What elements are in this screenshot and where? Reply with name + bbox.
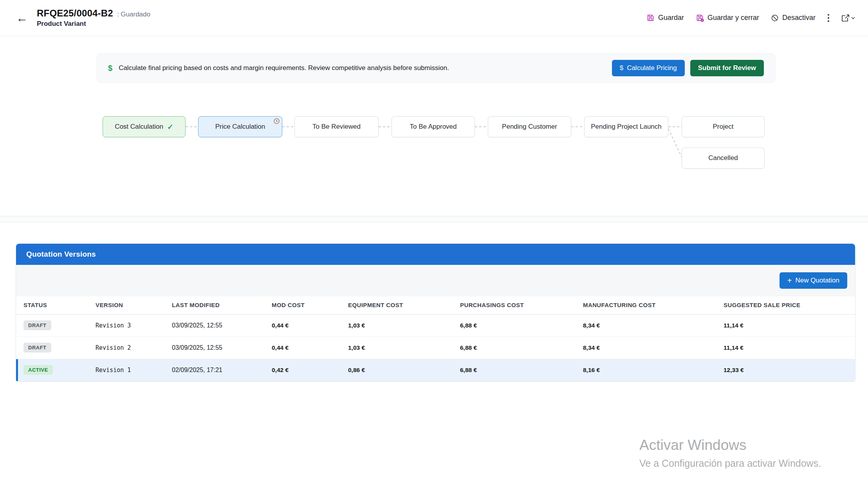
panel-title: Quotation Versions bbox=[26, 250, 96, 259]
workflow-stages: Cost Calculation ✓ Price Calculation To … bbox=[0, 116, 868, 175]
column-header-manufacturing-cost: MANUFACTURING COST bbox=[576, 296, 716, 314]
suggested-sale-price-cell: 11,14 € bbox=[724, 322, 743, 329]
calculate-pricing-label: Calculate Pricing bbox=[627, 64, 677, 72]
plus-icon: + bbox=[787, 277, 792, 284]
last-modified-cell: 02/09/2025, 17:21 bbox=[172, 367, 222, 373]
kebab-icon bbox=[827, 13, 830, 23]
record-status: : Guardado bbox=[117, 11, 150, 18]
watermark-subtitle: Ve a Configuración para activar Windows. bbox=[639, 457, 821, 470]
kebab-menu-button[interactable] bbox=[827, 13, 830, 23]
page-subtitle: Product Variant bbox=[37, 20, 150, 28]
deactivate-icon bbox=[771, 14, 779, 22]
table-row[interactable]: DRAFT Revision 2 03/09/2025, 12:55 0,44 … bbox=[16, 336, 855, 359]
new-quotation-button[interactable]: + New Quotation bbox=[780, 272, 847, 289]
page-title: RFQE25/0004-B2 bbox=[37, 8, 113, 19]
stage-cancelled[interactable]: Cancelled bbox=[682, 147, 765, 169]
stage-label: To Be Reviewed bbox=[312, 123, 361, 131]
title-block: RFQE25/0004-B2 : Guardado Product Varian… bbox=[37, 8, 150, 28]
share-icon bbox=[841, 14, 855, 22]
save-and-close-icon bbox=[696, 14, 704, 22]
stage-label: Price Calculation bbox=[215, 123, 265, 131]
deactivate-button[interactable]: Desactivar bbox=[771, 14, 816, 22]
purchasings-cost-cell: 6,88 € bbox=[460, 367, 477, 373]
section-divider bbox=[0, 216, 868, 222]
equipment-cost-cell: 1,03 € bbox=[348, 344, 365, 351]
stage-price-calculation[interactable]: Price Calculation bbox=[198, 116, 282, 137]
pricing-section: $ Calculate final pricing based on costs… bbox=[0, 36, 868, 216]
save-icon bbox=[646, 14, 655, 22]
quotation-versions-section: Quotation Versions + New Quotation STATU… bbox=[0, 222, 868, 382]
header-actions: Guardar Guardar y cerrar Desactivar bbox=[646, 13, 855, 23]
equipment-cost-cell: 0,86 € bbox=[348, 367, 365, 373]
app-header: ← RFQE25/0004-B2 : Guardado Product Vari… bbox=[0, 0, 868, 36]
stage-to-be-reviewed[interactable]: To Be Reviewed bbox=[294, 116, 379, 137]
save-and-close-label: Guardar y cerrar bbox=[707, 14, 759, 22]
column-header-version: VERSION bbox=[88, 296, 164, 314]
panel-header: Quotation Versions bbox=[16, 244, 855, 265]
column-header-status: STATUS bbox=[16, 296, 88, 314]
stage-label: Project bbox=[713, 123, 734, 131]
calculate-pricing-button[interactable]: $ Calculate Pricing bbox=[612, 60, 685, 76]
dollar-icon: $ bbox=[108, 64, 112, 73]
stage-to-be-approved[interactable]: To Be Approved bbox=[392, 116, 475, 137]
version-cell: Revision 1 bbox=[96, 367, 131, 374]
status-badge: ACTIVE bbox=[23, 365, 53, 375]
stage-pending-customer[interactable]: Pending Customer bbox=[488, 116, 571, 137]
purchasings-cost-cell: 6,88 € bbox=[460, 344, 477, 351]
version-cell: Revision 3 bbox=[96, 322, 131, 329]
versions-table: STATUS VERSION LAST MODIFIED MOD COST EQ… bbox=[16, 296, 855, 381]
mod-cost-cell: 0,42 € bbox=[272, 367, 289, 373]
manufacturing-cost-cell: 8,34 € bbox=[583, 322, 600, 329]
column-header-suggested-sale-price: SUGGESTED SALE PRICE bbox=[716, 296, 855, 314]
deactivate-label: Desactivar bbox=[782, 14, 816, 22]
stage-pending-project-launch[interactable]: Pending Project Launch bbox=[584, 116, 668, 137]
quotation-versions-panel: Quotation Versions + New Quotation STATU… bbox=[16, 243, 855, 382]
banner-message: Calculate final pricing based on costs a… bbox=[119, 64, 449, 72]
column-header-mod-cost: MOD COST bbox=[264, 296, 341, 314]
column-header-equipment-cost: EQUIPMENT COST bbox=[341, 296, 453, 314]
save-button[interactable]: Guardar bbox=[646, 14, 684, 22]
clock-icon bbox=[273, 118, 280, 126]
dollar-icon: $ bbox=[620, 64, 623, 72]
table-header-row: STATUS VERSION LAST MODIFIED MOD COST EQ… bbox=[16, 296, 855, 314]
table-row[interactable]: ACTIVE Revision 1 02/09/2025, 17:21 0,42… bbox=[16, 359, 855, 381]
purchasings-cost-cell: 6,88 € bbox=[460, 322, 477, 329]
manufacturing-cost-cell: 8,34 € bbox=[583, 344, 600, 351]
column-header-purchasings-cost: PURCHASINGS COST bbox=[453, 296, 576, 314]
save-label: Guardar bbox=[658, 14, 684, 22]
mod-cost-cell: 0,44 € bbox=[272, 322, 289, 329]
last-modified-cell: 03/09/2025, 12:55 bbox=[172, 322, 222, 329]
table-row[interactable]: DRAFT Revision 3 03/09/2025, 12:55 0,44 … bbox=[16, 314, 855, 336]
submit-for-review-button[interactable]: Submit for Review bbox=[690, 60, 764, 76]
pricing-banner: $ Calculate final pricing based on costs… bbox=[97, 54, 775, 83]
stage-project[interactable]: Project bbox=[682, 116, 765, 137]
version-cell: Revision 2 bbox=[96, 344, 131, 351]
equipment-cost-cell: 1,03 € bbox=[348, 322, 365, 329]
stage-label: Cost Calculation bbox=[115, 123, 163, 131]
save-and-close-button[interactable]: Guardar y cerrar bbox=[696, 14, 759, 22]
submit-for-review-label: Submit for Review bbox=[698, 64, 756, 72]
share-button[interactable] bbox=[841, 14, 855, 22]
suggested-sale-price-cell: 11,14 € bbox=[724, 344, 743, 351]
last-modified-cell: 03/09/2025, 12:55 bbox=[172, 344, 222, 351]
watermark-title: Activar Windows bbox=[639, 437, 821, 454]
status-badge: DRAFT bbox=[23, 343, 51, 353]
back-button[interactable]: ← bbox=[13, 9, 31, 27]
stage-label: To Be Approved bbox=[410, 123, 457, 131]
mod-cost-cell: 0,44 € bbox=[272, 344, 289, 351]
column-header-last-modified: LAST MODIFIED bbox=[164, 296, 264, 314]
new-quotation-label: New Quotation bbox=[796, 277, 839, 284]
stage-label: Cancelled bbox=[708, 154, 738, 162]
check-icon: ✓ bbox=[167, 122, 173, 131]
suggested-sale-price-cell: 12,33 € bbox=[724, 367, 744, 373]
stage-label: Pending Customer bbox=[502, 123, 557, 131]
status-badge: DRAFT bbox=[23, 320, 51, 330]
stage-label: Pending Project Launch bbox=[591, 123, 662, 131]
manufacturing-cost-cell: 8,16 € bbox=[583, 367, 600, 373]
stage-cost-calculation[interactable]: Cost Calculation ✓ bbox=[103, 116, 186, 137]
windows-activation-watermark: Activar Windows Ve a Configuración para … bbox=[639, 437, 821, 470]
panel-toolbar: + New Quotation bbox=[16, 265, 855, 296]
